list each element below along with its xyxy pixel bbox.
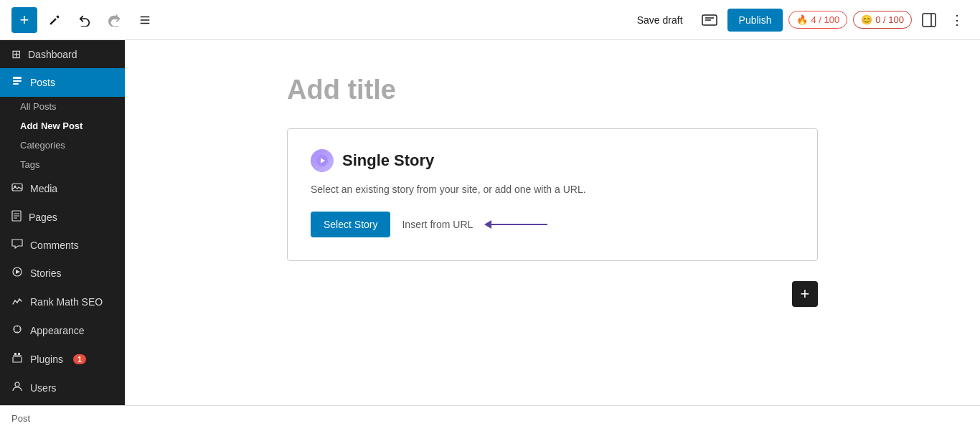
post-title-input[interactable]: Add title — [287, 69, 818, 111]
undo-icon — [78, 14, 91, 27]
sidebar-item-all-posts[interactable]: All Posts — [0, 97, 125, 116]
pen-icon-button[interactable] — [42, 7, 67, 33]
stories-icon — [11, 266, 23, 280]
sidebar-item-stories[interactable]: Stories — [0, 259, 125, 288]
sidebar-item-add-new-post[interactable]: Add New Post — [0, 116, 125, 136]
add-block-button[interactable]: + — [792, 281, 818, 307]
sidebar-item-users[interactable]: Users — [0, 374, 125, 402]
seo-score-1-icon: 🔥 — [796, 14, 808, 25]
sidebar-item-comments[interactable]: Comments — [0, 232, 125, 259]
arrow-annotation — [484, 220, 547, 229]
sidebar-item-appearance[interactable]: Appearance — [0, 316, 125, 345]
svg-rect-16 — [18, 353, 20, 355]
sidebar: ⊞ Dashboard Posts All Posts Add New Post… — [0, 40, 125, 405]
sidebar-item-pages-label: Pages — [29, 212, 57, 223]
sidebar-item-add-new-post-label: Add New Post — [20, 120, 83, 131]
sidebar-item-tags-label: Tags — [20, 159, 39, 170]
toolbar: + Save draft Publish 🔥 4 / 100 😊 0 / 100 — [0, 0, 980, 40]
sidebar-item-comments-label: Comments — [30, 240, 79, 251]
sidebar-item-plugins-label: Plugins — [30, 354, 63, 365]
seo-score-2-value: 0 / 100 — [875, 14, 904, 25]
sidebar-item-appearance-label: Appearance — [30, 325, 85, 336]
list-view-icon — [138, 14, 151, 27]
svg-rect-1 — [923, 14, 936, 27]
preview-button[interactable] — [697, 10, 722, 30]
sidebar-item-pages[interactable]: Pages — [0, 203, 125, 232]
sidebar-item-rank-math-seo[interactable]: Rank Math SEO — [0, 288, 125, 316]
svg-rect-4 — [13, 80, 22, 82]
story-block: Single Story Select an existing story fr… — [287, 128, 818, 261]
status-bar-label: Post — [11, 413, 30, 424]
preview-icon — [702, 14, 717, 26]
more-options-button[interactable]: ⋮ — [946, 8, 969, 32]
pages-icon — [11, 210, 22, 224]
story-block-actions: Select Story Insert from URL — [311, 212, 794, 237]
dashboard-icon: ⊞ — [11, 47, 21, 61]
redo-icon — [108, 14, 121, 27]
settings-panel-button[interactable] — [918, 9, 941, 32]
sidebar-item-posts[interactable]: Posts — [0, 68, 125, 97]
list-view-button[interactable] — [132, 7, 158, 33]
add-block-area: + — [287, 275, 818, 307]
comments-icon — [11, 239, 23, 252]
insert-from-url-link[interactable]: Insert from URL — [402, 219, 473, 230]
seo-score-1-value: 4 / 100 — [811, 14, 839, 25]
plugins-icon — [11, 352, 23, 366]
arrow-line — [490, 224, 547, 225]
plugins-badge: 1 — [73, 354, 86, 364]
toolbar-right: Save draft Publish 🔥 4 / 100 😊 0 / 100 ⋮ — [628, 8, 969, 32]
sidebar-item-tools[interactable]: Tools — [0, 402, 125, 405]
undo-button[interactable] — [72, 7, 98, 33]
status-bar: Post — [0, 405, 980, 431]
sidebar-item-stories-label: Stories — [30, 267, 62, 279]
sidebar-item-media[interactable]: Media — [0, 174, 125, 203]
svg-rect-3 — [13, 77, 22, 79]
sidebar-item-categories-label: Categories — [20, 140, 65, 151]
rank-math-icon — [11, 295, 23, 309]
toolbar-left: + — [11, 7, 158, 33]
sidebar-item-dashboard-label: Dashboard — [28, 49, 77, 60]
svg-marker-13 — [16, 270, 20, 274]
appearance-icon — [11, 323, 23, 338]
svg-rect-5 — [13, 83, 19, 85]
panel-icon — [922, 13, 936, 27]
save-draft-button[interactable]: Save draft — [628, 10, 692, 30]
media-icon — [11, 181, 23, 196]
ellipsis-icon: ⋮ — [951, 12, 964, 28]
sidebar-item-plugins[interactable]: Plugins 1 — [0, 345, 125, 374]
pen-icon — [48, 14, 61, 27]
users-icon — [11, 381, 23, 395]
sidebar-item-rank-math-label: Rank Math SEO — [30, 296, 103, 308]
svg-rect-15 — [14, 353, 17, 355]
sidebar-item-posts-label: Posts — [30, 77, 55, 88]
sidebar-item-media-label: Media — [30, 183, 57, 194]
redo-button[interactable] — [102, 7, 128, 33]
sidebar-item-all-posts-label: All Posts — [20, 101, 57, 112]
sidebar-item-users-label: Users — [30, 382, 57, 394]
seo-score-1-badge[interactable]: 🔥 4 / 100 — [788, 11, 847, 29]
svg-point-17 — [15, 382, 19, 387]
sidebar-item-tags[interactable]: Tags — [0, 155, 125, 174]
content-area: Add title — [125, 40, 980, 405]
select-story-button[interactable]: Select Story — [311, 212, 390, 237]
editor-container: Add title — [287, 69, 818, 307]
story-block-description: Select an existing story from your site,… — [311, 182, 794, 197]
main-layout: ⊞ Dashboard Posts All Posts Add New Post… — [0, 40, 980, 405]
seo-score-2-icon: 😊 — [861, 14, 872, 25]
svg-rect-6 — [12, 184, 22, 191]
publish-button[interactable]: Publish — [727, 9, 783, 32]
sidebar-item-dashboard[interactable]: ⊞ Dashboard — [0, 40, 125, 68]
posts-icon — [11, 75, 23, 90]
sidebar-item-categories[interactable]: Categories — [0, 136, 125, 155]
story-block-title: Single Story — [342, 151, 434, 170]
story-block-icon — [311, 149, 334, 172]
add-block-toolbar-button[interactable]: + — [11, 7, 37, 33]
seo-score-2-badge[interactable]: 😊 0 / 100 — [853, 11, 912, 29]
insert-url-text: Insert from URL — [402, 219, 473, 230]
story-block-header: Single Story — [311, 149, 794, 172]
